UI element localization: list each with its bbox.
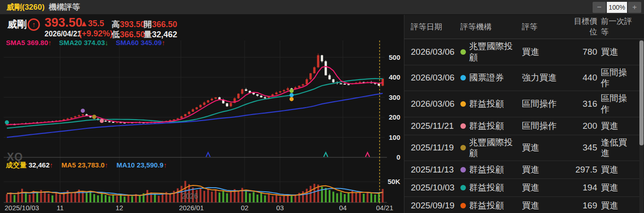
quote-date: 2026/04/21 (45, 30, 81, 38)
org-name: 兆豐國際投顧 (469, 137, 518, 159)
ratings-table-body: 2026/03/06 兆豐國際投顧 買進 780 買進 2026/03/06 國… (404, 39, 644, 213)
ratings-scrollbar[interactable] (639, 40, 644, 213)
rating-marker-dot (290, 89, 294, 93)
rating-previous: 買進 (601, 45, 634, 59)
rating-marker-dot (290, 93, 294, 97)
rating-value: 區間操作 (522, 97, 565, 111)
org-name: 群益投顧 (469, 164, 504, 175)
zoom-control: − 100% + (593, 2, 641, 13)
stock-name: 威剛 (7, 18, 27, 31)
rating-org: 群益投顧 (460, 97, 518, 111)
org-name: 群益投顧 (469, 200, 504, 211)
rating-marker-dot (92, 115, 96, 119)
rating-date: 2026/03/06 (411, 70, 457, 85)
org-color-dot-icon (460, 145, 466, 150)
sma60-line (7, 93, 383, 138)
rating-org: 群益投顧 (460, 119, 518, 133)
rating-row[interactable]: 2026/03/06 群益投顧 區間操作 316 區間操作 (404, 91, 644, 117)
org-name: 兆豐國際投顧 (469, 41, 518, 63)
sma60-up-arrow-icon: ↑ (162, 39, 165, 46)
rating-row[interactable]: 2025/11/13 群益投顧 買進 297.5 買進 (404, 161, 644, 179)
xq-app-window: 威剛(3260) 機構評等 − 100% + 50040030020010005… (0, 0, 644, 213)
rating-value: 強力買進 (522, 70, 565, 85)
org-color-dot-icon (460, 185, 466, 190)
org-name: 國票證券 (469, 72, 504, 83)
stock-chart-panel[interactable]: 500400300200100050K2025/10/0311122026/01… (0, 15, 404, 213)
rating-date: 2026/03/06 (411, 45, 457, 59)
last-price: 393.50 (45, 16, 83, 30)
rating-marker-dot (100, 119, 104, 123)
volume-ma5-label: MA5 23,783.0 (62, 161, 105, 169)
date-axis-tick: 11 (56, 204, 64, 212)
rating-value: 買進 (522, 180, 565, 195)
org-color-dot-icon (460, 167, 466, 173)
rating-target-price: 780 (569, 45, 597, 59)
ratings-scrollbar-thumb[interactable] (639, 40, 644, 145)
rating-row[interactable]: 2025/11/21 群益投顧 區間操作 200 買進 (404, 117, 644, 135)
rating-value: 買進 (522, 140, 565, 155)
rating-row[interactable]: 2026/03/06 國票證券 強力買進 440 區間操作 (404, 65, 644, 92)
day-open: 開366.50 (144, 19, 177, 30)
event-caret-icon (324, 153, 328, 157)
price-change-pct: (+9.92%) (79, 29, 113, 39)
rating-previous: 逢低買進 (601, 135, 634, 161)
price-up-circle-icon: ↑ (28, 18, 40, 31)
rating-previous: 買進 (601, 119, 634, 133)
price-axis-tick: 400 (389, 73, 400, 81)
rating-target-price: 169 (569, 198, 597, 213)
header-rating-org: 評等機構 (460, 22, 518, 32)
sma20-down-arrow-icon: ↓ (105, 39, 109, 46)
volume-up-arrow-icon: ↑ (50, 161, 53, 169)
rating-row[interactable]: 2025/11/19 兆豐國際投顧 買進 345 逢低買進 (404, 135, 644, 161)
rating-target-price: 345 (569, 140, 597, 155)
rating-value: 區間操作 (522, 119, 565, 133)
rating-date: 2025/09/19 (411, 198, 457, 213)
rating-date: 2025/11/13 (411, 162, 457, 177)
date-axis-tick: 2025/10/03 (5, 204, 39, 212)
rating-org: 兆豐國際投顧 (460, 135, 518, 161)
rating-target-price: 194 (569, 180, 597, 195)
event-caret-icon (206, 153, 210, 157)
rating-marker-dot (290, 97, 294, 101)
zoom-out-button[interactable]: − (593, 2, 606, 13)
price-axis-tick: 100 (389, 133, 400, 141)
rating-previous: 區間操作 (601, 91, 634, 117)
zoom-in-button[interactable]: + (628, 2, 641, 13)
rating-value: 買進 (522, 45, 565, 59)
rating-previous: 買進 (601, 162, 634, 177)
org-color-dot-icon (460, 101, 466, 107)
rating-date: 2025/11/21 (411, 119, 457, 133)
rating-org: 群益投顧 (460, 180, 518, 195)
org-name: 群益投顧 (469, 98, 504, 109)
date-axis-tick: 03 (276, 204, 284, 212)
sma5-label: SMA5 369.80 (6, 39, 48, 46)
rating-row[interactable]: 2025/10/03 群益投顧 買進 194 買進 (404, 179, 644, 197)
sma5-up-arrow-icon: ↑ (48, 39, 52, 46)
price-axis-tick: 200 (389, 113, 400, 121)
sma60-label: SMA60 345.09 (116, 39, 162, 46)
rating-row[interactable]: 2026/03/06 兆豐國際投顧 買進 780 買進 (404, 39, 644, 65)
rating-marker-dot (5, 120, 9, 124)
date-axis-tick: 04 (339, 204, 347, 212)
rating-previous: 買進 (601, 180, 634, 195)
rating-marker-dot (81, 109, 85, 113)
org-color-dot-icon (460, 203, 466, 208)
header-rating-value: 評等 (522, 22, 565, 32)
rating-target-price: 440 (569, 70, 597, 85)
rating-org: 群益投顧 (460, 162, 518, 177)
org-color-dot-icon (460, 123, 466, 129)
stock-symbol: 威剛(3260) (6, 2, 45, 12)
volume-ma10-label: MA10 23,590.9 (117, 161, 164, 169)
volume-axis-tick: 50K (387, 178, 400, 185)
volume-label: 成交量 (6, 161, 27, 169)
rating-value: 買進 (522, 162, 565, 177)
header-rating-date: 評等日期 (411, 22, 457, 32)
price-axis-tick: 300 (389, 93, 400, 101)
rating-previous: 買進 (601, 198, 634, 213)
price-axis-tick: 0 (397, 153, 400, 161)
header-previous-rating: 前一次評等 (601, 16, 634, 37)
volume-ma10-up-arrow-icon: ↑ (163, 161, 167, 169)
price-axis-tick: 500 (389, 53, 400, 61)
rating-previous: 區間操作 (601, 65, 634, 91)
rating-row[interactable]: 2025/09/19 群益投顧 買進 169 買進 (404, 197, 644, 213)
